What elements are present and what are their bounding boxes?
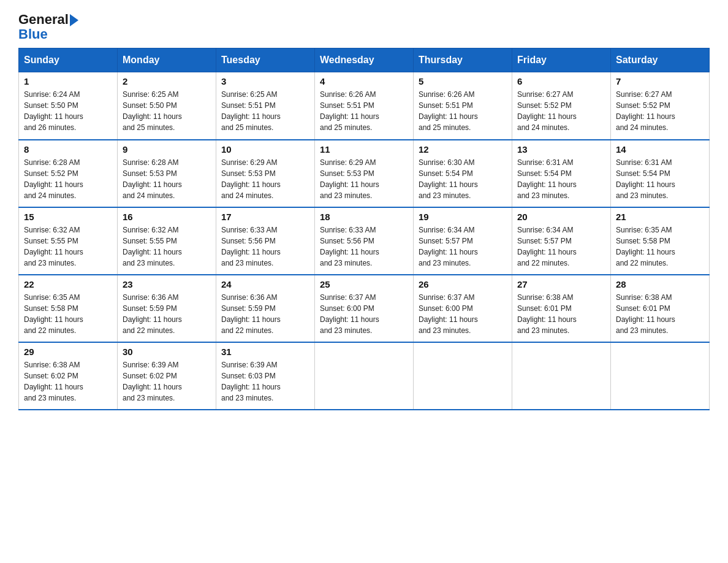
day-info: Sunrise: 6:32 AM Sunset: 5:55 PM Dayligh… xyxy=(123,224,211,269)
day-info: Sunrise: 6:26 AM Sunset: 5:51 PM Dayligh… xyxy=(320,89,408,133)
calendar-week-row-1: 1 Sunrise: 6:24 AM Sunset: 5:50 PM Dayli… xyxy=(19,72,710,140)
day-number: 16 xyxy=(123,212,211,222)
day-info: Sunrise: 6:33 AM Sunset: 5:56 PM Dayligh… xyxy=(221,224,309,269)
day-info: Sunrise: 6:28 AM Sunset: 5:52 PM Dayligh… xyxy=(24,157,112,201)
calendar-cell: 13 Sunrise: 6:31 AM Sunset: 5:54 PM Dayl… xyxy=(512,140,611,207)
day-info: Sunrise: 6:35 AM Sunset: 5:58 PM Dayligh… xyxy=(616,224,704,269)
day-info: Sunrise: 6:29 AM Sunset: 5:53 PM Dayligh… xyxy=(320,157,408,201)
day-number: 5 xyxy=(419,76,507,86)
logo: GeneralBlue xyxy=(18,12,78,42)
day-info: Sunrise: 6:36 AM Sunset: 5:59 PM Dayligh… xyxy=(221,292,309,336)
calendar-cell: 4 Sunrise: 6:26 AM Sunset: 5:51 PM Dayli… xyxy=(315,72,414,140)
day-info: Sunrise: 6:26 AM Sunset: 5:51 PM Dayligh… xyxy=(419,89,507,133)
calendar-cell xyxy=(512,342,611,410)
calendar-cell: 2 Sunrise: 6:25 AM Sunset: 5:50 PM Dayli… xyxy=(118,72,216,140)
calendar-table: SundayMondayTuesdayWednesdayThursdayFrid… xyxy=(18,48,710,410)
calendar-header-friday: Friday xyxy=(512,48,611,72)
day-info: Sunrise: 6:39 AM Sunset: 6:02 PM Dayligh… xyxy=(123,359,211,404)
calendar-cell: 17 Sunrise: 6:33 AM Sunset: 5:56 PM Dayl… xyxy=(216,207,315,275)
calendar-week-row-5: 29 Sunrise: 6:38 AM Sunset: 6:02 PM Dayl… xyxy=(19,342,710,410)
calendar-cell: 22 Sunrise: 6:35 AM Sunset: 5:58 PM Dayl… xyxy=(19,275,118,342)
day-info: Sunrise: 6:38 AM Sunset: 6:01 PM Dayligh… xyxy=(517,292,605,336)
page-header: GeneralBlue xyxy=(18,12,710,42)
calendar-cell: 27 Sunrise: 6:38 AM Sunset: 6:01 PM Dayl… xyxy=(512,275,611,342)
day-info: Sunrise: 6:30 AM Sunset: 5:54 PM Dayligh… xyxy=(419,157,507,201)
day-number: 25 xyxy=(320,279,408,289)
day-number: 1 xyxy=(24,76,112,86)
day-info: Sunrise: 6:37 AM Sunset: 6:00 PM Dayligh… xyxy=(320,292,408,336)
calendar-cell xyxy=(414,342,512,410)
calendar-cell: 24 Sunrise: 6:36 AM Sunset: 5:59 PM Dayl… xyxy=(216,275,315,342)
day-number: 9 xyxy=(123,144,211,155)
day-number: 22 xyxy=(24,279,112,289)
day-info: Sunrise: 6:25 AM Sunset: 5:51 PM Dayligh… xyxy=(221,89,309,133)
day-number: 7 xyxy=(616,76,704,86)
day-info: Sunrise: 6:38 AM Sunset: 6:01 PM Dayligh… xyxy=(616,292,704,336)
calendar-cell: 30 Sunrise: 6:39 AM Sunset: 6:02 PM Dayl… xyxy=(118,342,216,410)
day-number: 28 xyxy=(616,279,704,289)
calendar-header-tuesday: Tuesday xyxy=(216,48,315,72)
day-number: 4 xyxy=(320,76,408,86)
calendar-header-monday: Monday xyxy=(118,48,216,72)
day-number: 19 xyxy=(419,212,507,222)
calendar-cell: 16 Sunrise: 6:32 AM Sunset: 5:55 PM Dayl… xyxy=(118,207,216,275)
day-number: 3 xyxy=(221,76,309,86)
day-info: Sunrise: 6:33 AM Sunset: 5:56 PM Dayligh… xyxy=(320,224,408,269)
day-info: Sunrise: 6:31 AM Sunset: 5:54 PM Dayligh… xyxy=(517,157,605,201)
day-info: Sunrise: 6:37 AM Sunset: 6:00 PM Dayligh… xyxy=(419,292,507,336)
day-number: 12 xyxy=(419,144,507,155)
calendar-cell: 11 Sunrise: 6:29 AM Sunset: 5:53 PM Dayl… xyxy=(315,140,414,207)
calendar-cell: 6 Sunrise: 6:27 AM Sunset: 5:52 PM Dayli… xyxy=(512,72,611,140)
day-number: 31 xyxy=(221,347,309,357)
calendar-cell: 5 Sunrise: 6:26 AM Sunset: 5:51 PM Dayli… xyxy=(414,72,512,140)
day-number: 23 xyxy=(123,279,211,289)
calendar-cell: 15 Sunrise: 6:32 AM Sunset: 5:55 PM Dayl… xyxy=(19,207,118,275)
day-info: Sunrise: 6:38 AM Sunset: 6:02 PM Dayligh… xyxy=(24,359,112,404)
calendar-cell: 23 Sunrise: 6:36 AM Sunset: 5:59 PM Dayl… xyxy=(118,275,216,342)
day-number: 11 xyxy=(320,144,408,155)
calendar-cell: 29 Sunrise: 6:38 AM Sunset: 6:02 PM Dayl… xyxy=(19,342,118,410)
logo-blue-text: Blue xyxy=(18,26,48,42)
day-info: Sunrise: 6:39 AM Sunset: 6:03 PM Dayligh… xyxy=(221,359,309,404)
day-info: Sunrise: 6:34 AM Sunset: 5:57 PM Dayligh… xyxy=(419,224,507,269)
day-number: 18 xyxy=(320,212,408,222)
day-number: 24 xyxy=(221,279,309,289)
day-info: Sunrise: 6:34 AM Sunset: 5:57 PM Dayligh… xyxy=(517,224,605,269)
calendar-cell: 12 Sunrise: 6:30 AM Sunset: 5:54 PM Dayl… xyxy=(414,140,512,207)
calendar-cell: 25 Sunrise: 6:37 AM Sunset: 6:00 PM Dayl… xyxy=(315,275,414,342)
calendar-cell: 31 Sunrise: 6:39 AM Sunset: 6:03 PM Dayl… xyxy=(216,342,315,410)
calendar-week-row-3: 15 Sunrise: 6:32 AM Sunset: 5:55 PM Dayl… xyxy=(19,207,710,275)
calendar-header-sunday: Sunday xyxy=(19,48,118,72)
calendar-cell: 8 Sunrise: 6:28 AM Sunset: 5:52 PM Dayli… xyxy=(19,140,118,207)
day-info: Sunrise: 6:35 AM Sunset: 5:58 PM Dayligh… xyxy=(24,292,112,336)
calendar-cell: 10 Sunrise: 6:29 AM Sunset: 5:53 PM Dayl… xyxy=(216,140,315,207)
calendar-cell: 21 Sunrise: 6:35 AM Sunset: 5:58 PM Dayl… xyxy=(611,207,710,275)
calendar-cell xyxy=(611,342,710,410)
day-info: Sunrise: 6:24 AM Sunset: 5:50 PM Dayligh… xyxy=(24,89,112,133)
day-number: 15 xyxy=(24,212,112,222)
day-info: Sunrise: 6:31 AM Sunset: 5:54 PM Dayligh… xyxy=(616,157,704,201)
day-number: 30 xyxy=(123,347,211,357)
logo-text: GeneralBlue xyxy=(18,12,78,42)
calendar-cell: 3 Sunrise: 6:25 AM Sunset: 5:51 PM Dayli… xyxy=(216,72,315,140)
calendar-header-saturday: Saturday xyxy=(611,48,710,72)
calendar-cell: 19 Sunrise: 6:34 AM Sunset: 5:57 PM Dayl… xyxy=(414,207,512,275)
logo-arrow-icon xyxy=(70,14,78,26)
day-number: 26 xyxy=(419,279,507,289)
day-info: Sunrise: 6:36 AM Sunset: 5:59 PM Dayligh… xyxy=(123,292,211,336)
calendar-week-row-4: 22 Sunrise: 6:35 AM Sunset: 5:58 PM Dayl… xyxy=(19,275,710,342)
calendar-cell: 20 Sunrise: 6:34 AM Sunset: 5:57 PM Dayl… xyxy=(512,207,611,275)
day-number: 21 xyxy=(616,212,704,222)
day-number: 17 xyxy=(221,212,309,222)
day-number: 13 xyxy=(517,144,605,155)
calendar-week-row-2: 8 Sunrise: 6:28 AM Sunset: 5:52 PM Dayli… xyxy=(19,140,710,207)
day-info: Sunrise: 6:32 AM Sunset: 5:55 PM Dayligh… xyxy=(24,224,112,269)
day-number: 27 xyxy=(517,279,605,289)
calendar-cell: 7 Sunrise: 6:27 AM Sunset: 5:52 PM Dayli… xyxy=(611,72,710,140)
day-number: 2 xyxy=(123,76,211,86)
day-number: 29 xyxy=(24,347,112,357)
calendar-cell: 1 Sunrise: 6:24 AM Sunset: 5:50 PM Dayli… xyxy=(19,72,118,140)
calendar-cell: 14 Sunrise: 6:31 AM Sunset: 5:54 PM Dayl… xyxy=(611,140,710,207)
day-number: 14 xyxy=(616,144,704,155)
day-number: 8 xyxy=(24,144,112,155)
